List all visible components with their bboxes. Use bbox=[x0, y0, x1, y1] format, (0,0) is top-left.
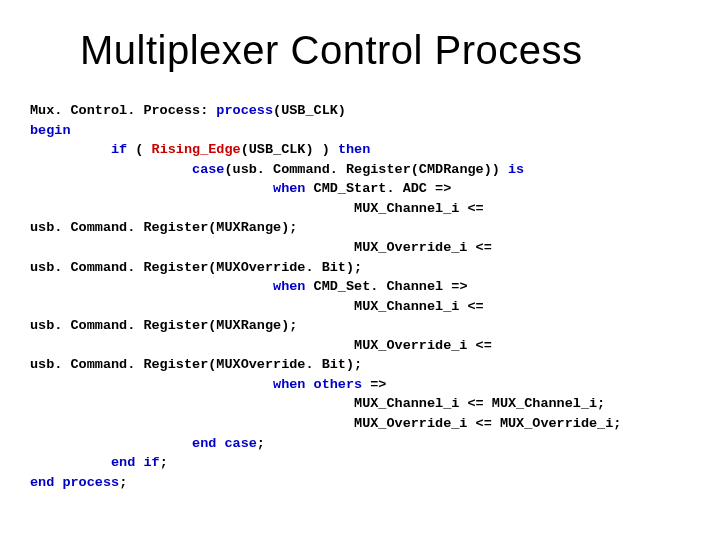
kw-when: when bbox=[273, 377, 305, 392]
code-text: MUX_Override_i <= MUX_Override_i; bbox=[30, 416, 621, 431]
indent bbox=[30, 377, 273, 392]
kw-case: case bbox=[192, 162, 224, 177]
slide-title: Multiplexer Control Process bbox=[80, 28, 690, 73]
code-text: ; bbox=[257, 436, 265, 451]
kw-when: when bbox=[273, 279, 305, 294]
code-line-17: MUX_Override_i <= MUX_Override_i; bbox=[30, 416, 621, 431]
code-line-4: case(usb. Command. Register(CMDRange)) i… bbox=[30, 162, 524, 177]
code-line-12: usb. Command. Register(MUXRange); bbox=[30, 318, 297, 333]
code-line-1: Mux. Control. Process: process(USB_CLK) bbox=[30, 103, 346, 118]
code-block: Mux. Control. Process: process(USB_CLK) … bbox=[30, 101, 690, 492]
code-text: (USB_CLK) ) bbox=[241, 142, 338, 157]
code-text: MUX_Channel_i <= bbox=[30, 299, 484, 314]
code-text: => bbox=[362, 377, 386, 392]
code-text: MUX_Channel_i <= MUX_Channel_i; bbox=[30, 396, 605, 411]
kw-then: then bbox=[338, 142, 370, 157]
code-text: usb. Command. Register(MUXOverride. Bit)… bbox=[30, 260, 362, 275]
code-text: (USB_CLK) bbox=[273, 103, 346, 118]
kw-process: process bbox=[216, 103, 273, 118]
slide: Multiplexer Control Process Mux. Control… bbox=[0, 0, 720, 540]
kw-end: end bbox=[192, 436, 216, 451]
code-text bbox=[305, 377, 313, 392]
kw-end: end bbox=[30, 475, 54, 490]
code-line-3: if ( Rising_Edge(USB_CLK) ) then bbox=[30, 142, 370, 157]
code-line-18: end case; bbox=[30, 436, 265, 451]
code-text: (usb. Command. Register(CMDRange)) bbox=[224, 162, 508, 177]
indent bbox=[30, 436, 192, 451]
code-text: Mux. Control. Process: bbox=[30, 103, 216, 118]
fn-rising-edge: Rising_Edge bbox=[152, 142, 241, 157]
kw-if: if bbox=[111, 142, 127, 157]
code-line-16: MUX_Channel_i <= MUX_Channel_i; bbox=[30, 396, 605, 411]
code-text: usb. Command. Register(MUXRange); bbox=[30, 220, 297, 235]
kw-when: when bbox=[273, 181, 305, 196]
code-text: MUX_Channel_i <= bbox=[30, 201, 484, 216]
kw-case: case bbox=[224, 436, 256, 451]
indent bbox=[30, 162, 192, 177]
code-line-5: when CMD_Start. ADC => bbox=[30, 181, 451, 196]
kw-end: end bbox=[111, 455, 135, 470]
code-text: MUX_Override_i <= bbox=[30, 338, 492, 353]
code-line-11: MUX_Channel_i <= bbox=[30, 299, 484, 314]
code-text: MUX_Override_i <= bbox=[30, 240, 492, 255]
kw-is: is bbox=[508, 162, 524, 177]
code-text: ; bbox=[119, 475, 127, 490]
code-line-9: usb. Command. Register(MUXOverride. Bit)… bbox=[30, 260, 362, 275]
code-text: usb. Command. Register(MUXRange); bbox=[30, 318, 297, 333]
code-line-13: MUX_Override_i <= bbox=[30, 338, 492, 353]
code-text: usb. Command. Register(MUXOverride. Bit)… bbox=[30, 357, 362, 372]
indent bbox=[30, 279, 273, 294]
code-line-8: MUX_Override_i <= bbox=[30, 240, 492, 255]
indent bbox=[30, 455, 111, 470]
code-line-14: usb. Command. Register(MUXOverride. Bit)… bbox=[30, 357, 362, 372]
indent bbox=[30, 142, 111, 157]
code-line-20: end process; bbox=[30, 475, 127, 490]
code-line-2: begin bbox=[30, 123, 71, 138]
kw-process: process bbox=[62, 475, 119, 490]
code-text: ( bbox=[127, 142, 151, 157]
code-line-15: when others => bbox=[30, 377, 386, 392]
kw-others: others bbox=[314, 377, 363, 392]
code-text: ; bbox=[160, 455, 168, 470]
code-line-10: when CMD_Set. Channel => bbox=[30, 279, 467, 294]
indent bbox=[30, 181, 273, 196]
code-line-7: usb. Command. Register(MUXRange); bbox=[30, 220, 297, 235]
kw-begin: begin bbox=[30, 123, 71, 138]
code-text: CMD_Set. Channel => bbox=[305, 279, 467, 294]
code-text: CMD_Start. ADC => bbox=[305, 181, 451, 196]
kw-if: if bbox=[143, 455, 159, 470]
code-line-19: end if; bbox=[30, 455, 168, 470]
code-line-6: MUX_Channel_i <= bbox=[30, 201, 484, 216]
